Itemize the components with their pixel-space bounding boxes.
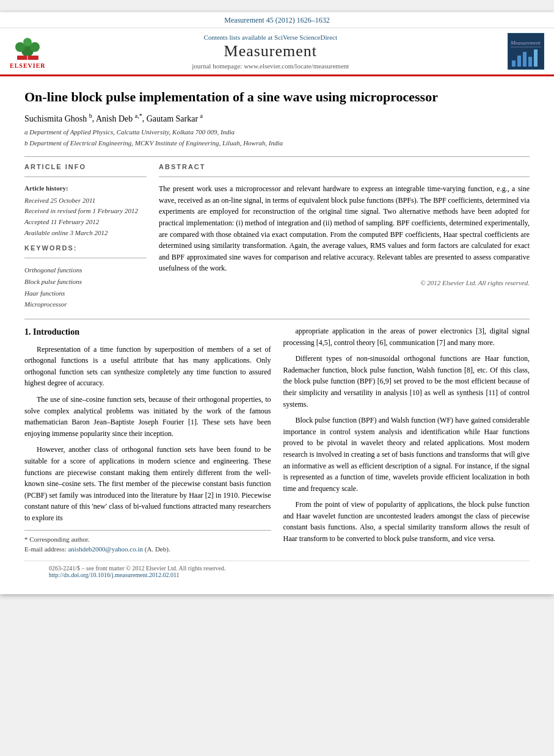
footnote-email: E-mail address: anishdeb2000@yahoo.co.in… bbox=[24, 544, 271, 554]
article-content: On-line block pulse implementation of a … bbox=[0, 76, 554, 594]
keyword-2: Block pulse functions bbox=[24, 276, 147, 288]
body-para-1: Representation of a time function by sup… bbox=[24, 344, 271, 389]
body-right-col: appropriate application in the areas of … bbox=[283, 325, 530, 554]
email-suffix: (A. Deb). bbox=[145, 545, 170, 553]
journal-citation-bar: Measurement 45 (2012) 1626–1632 bbox=[0, 12, 554, 28]
article-info-abstract: ARTICLE INFO Article history: Received 2… bbox=[24, 163, 530, 310]
elsevier-tree-icon bbox=[11, 34, 45, 61]
footnote-star-label: * Corresponding author. bbox=[24, 536, 90, 543]
revised-date: Received in revised form 1 February 2012 bbox=[24, 207, 138, 214]
body-right-para-1: appropriate application in the areas of … bbox=[283, 325, 530, 348]
svg-rect-14 bbox=[534, 49, 538, 67]
keyword-4: Microprocessor bbox=[24, 299, 147, 310]
elsevier-logo: ELSEVIER bbox=[10, 34, 46, 69]
footnote-section: * Corresponding author. E-mail address: … bbox=[24, 530, 271, 554]
sciverse-line: Contents lists available at SciVerse Sci… bbox=[46, 34, 495, 41]
copyright-line: © 2012 Elsevier Ltd. All rights reserved… bbox=[159, 279, 530, 286]
journal-center: Contents lists available at SciVerse Sci… bbox=[46, 34, 495, 70]
abstract-col: ABSTRACT The present work uses a micropr… bbox=[159, 163, 530, 310]
copyright-notice: 0263-2241/$ – see front matter © 2012 El… bbox=[49, 565, 505, 572]
elsevier-text: ELSEVIER bbox=[10, 62, 46, 69]
doi-anchor[interactable]: http://dx.doi.org/10.1016/j.measurement.… bbox=[49, 572, 180, 578]
keywords-heading: Keywords: bbox=[24, 244, 147, 252]
divider-kw bbox=[24, 258, 147, 258]
svg-rect-12 bbox=[523, 52, 527, 67]
journal-icon: Measurement bbox=[508, 33, 544, 70]
keyword-1: Orthogonal functions bbox=[24, 264, 147, 276]
body-left-col: 1. Introduction Representation of a time… bbox=[24, 325, 271, 554]
body-para-2: The use of sine–cosine function sets, be… bbox=[24, 394, 271, 439]
keywords-section: Keywords: Orthogonal functions Block pul… bbox=[24, 244, 147, 310]
divider-info bbox=[24, 176, 147, 177]
page: Measurement 45 (2012) 1626–1632 ELSEVIER… bbox=[0, 12, 554, 594]
measurement-icon: Measurement bbox=[508, 34, 544, 69]
affiliation-b: b Department of Electrical Engineering, … bbox=[24, 138, 530, 148]
divider-1 bbox=[24, 156, 530, 157]
svg-rect-11 bbox=[517, 56, 521, 67]
keywords-list: Orthogonal functions Block pulse functio… bbox=[24, 264, 147, 310]
divider-abstract bbox=[159, 176, 530, 177]
body-right-para-4: From the point of view of popularity of … bbox=[283, 499, 530, 544]
article-title: On-line block pulse implementation of a … bbox=[24, 89, 530, 106]
keyword-3: Haar functions bbox=[24, 288, 147, 299]
received-date: Received 25 October 2011 bbox=[24, 197, 95, 204]
svg-point-4 bbox=[23, 38, 32, 46]
body-right-para-2: Different types of non-sinusoidal orthog… bbox=[283, 353, 530, 410]
journal-right: Measurement bbox=[495, 33, 544, 70]
section1-title: 1. Introduction bbox=[24, 325, 271, 339]
article-info-heading: ARTICLE INFO bbox=[24, 163, 147, 170]
abstract-heading: ABSTRACT bbox=[159, 163, 530, 170]
email-link[interactable]: anishdeb2000@yahoo.co.in bbox=[68, 545, 143, 553]
journal-name: Measurement bbox=[46, 42, 495, 60]
journal-header: ELSEVIER Contents lists available at Sci… bbox=[0, 28, 554, 76]
abstract-text: The present work uses a microprocessor a… bbox=[159, 183, 530, 274]
affiliations: a Department of Applied Physics, Calcutt… bbox=[24, 127, 530, 148]
svg-rect-13 bbox=[528, 57, 532, 67]
affiliation-a: a Department of Applied Physics, Calcutt… bbox=[24, 127, 530, 137]
available-date: Available online 3 March 2012 bbox=[24, 229, 108, 236]
history-label: Article history: bbox=[24, 183, 147, 194]
article-history: Article history: Received 25 October 201… bbox=[24, 183, 147, 238]
divider-body bbox=[24, 319, 530, 319]
body-right-para-3: Block pulse function (BPF) and Walsh fun… bbox=[283, 415, 530, 494]
svg-text:Measurement: Measurement bbox=[510, 40, 541, 46]
accepted-date: Accepted 11 February 2012 bbox=[24, 218, 99, 225]
footnote-star: * Corresponding author. bbox=[24, 534, 271, 545]
journal-citation: Measurement 45 (2012) 1626–1632 bbox=[224, 16, 329, 24]
sciverse-link[interactable]: SciVerse ScienceDirect bbox=[274, 34, 337, 41]
homepage-line: journal homepage: www.elsevier.com/locat… bbox=[46, 62, 495, 70]
email-label: E-mail address: bbox=[24, 545, 67, 553]
body-para-3: However, another class of orthogonal fun… bbox=[24, 444, 271, 523]
doi-link: http://dx.doi.org/10.1016/j.measurement.… bbox=[49, 572, 505, 578]
body-content: 1. Introduction Representation of a time… bbox=[24, 325, 530, 554]
bottom-bar: 0263-2241/$ – see front matter © 2012 El… bbox=[24, 561, 530, 582]
authors: Suchismita Ghosh b, Anish Deb a,*, Gauta… bbox=[24, 112, 530, 124]
article-info-col: ARTICLE INFO Article history: Received 2… bbox=[24, 163, 147, 310]
svg-rect-10 bbox=[512, 60, 516, 67]
